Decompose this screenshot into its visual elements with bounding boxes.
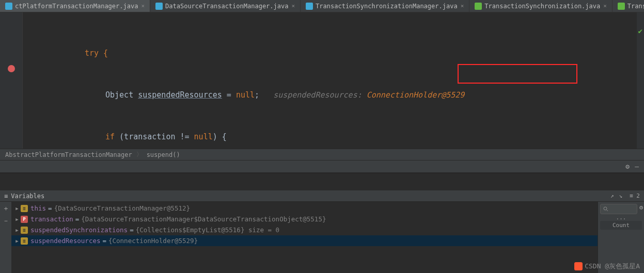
expand-arrow-icon[interactable]: ▶ <box>13 206 21 211</box>
code-editor[interactable]: ✔ try { Object suspendedResources = null… <box>0 12 644 149</box>
variable-row[interactable]: ▶≡suspendedSynchronizations={Collections… <box>11 224 598 235</box>
variable-row[interactable]: ▶≡suspendedResources={ConnectionHolder@5… <box>11 235 598 246</box>
variables-panel: ≡Variables ↗ ↘ ≡ 2 ＋ － ▶≡this={DataSourc… <box>0 190 644 273</box>
code-content: try { Object suspendedResources = null; … <box>23 12 644 149</box>
watermark: CSDN @灰色孤星A <box>574 262 640 271</box>
tab-file-2[interactable]: TransactionSynchronizationManager.java× <box>301 0 469 12</box>
breadcrumb: AbstractPlatformTransactionManager 〉 sus… <box>0 149 644 160</box>
java-interface-icon <box>618 3 625 10</box>
variable-row[interactable]: ▶≡this={DataSourceTransactionManager@551… <box>11 203 598 214</box>
field-icon: ≡ <box>21 237 28 245</box>
breakpoint-icon[interactable] <box>8 65 15 72</box>
minimize-icon[interactable]: — <box>635 163 639 170</box>
more-icon[interactable]: ≡ 2 <box>630 192 640 199</box>
java-class-icon <box>5 3 12 10</box>
csdn-logo-icon <box>574 262 583 270</box>
variables-toolbar: ＋ － <box>0 202 11 273</box>
svg-line-1 <box>607 210 608 212</box>
field-icon: ≡ <box>21 227 28 234</box>
param-icon: P <box>21 216 28 223</box>
search-input[interactable] <box>600 204 637 214</box>
breadcrumb-class[interactable]: AbstractPlatformTransactionManager <box>5 151 132 158</box>
list-icon: ≡ <box>4 192 8 200</box>
collapse-icon[interactable]: ↘ <box>619 192 623 199</box>
tool-strip: ⚙ — <box>0 160 644 172</box>
svg-point-0 <box>604 207 607 210</box>
remove-watch-icon[interactable]: － <box>3 216 9 226</box>
count-button[interactable]: Count <box>600 221 642 230</box>
close-icon[interactable]: × <box>291 3 295 9</box>
variables-header: ≡Variables ↗ ↘ ≡ 2 <box>0 190 644 202</box>
variable-row[interactable]: ▶Ptransaction={DataSourceTransactionMana… <box>11 214 598 224</box>
expand-arrow-icon[interactable]: ▶ <box>13 228 21 233</box>
expand-arrow-icon[interactable]: ▶ <box>13 238 21 244</box>
gear-icon[interactable]: ⚙ <box>625 163 630 170</box>
close-icon[interactable]: × <box>141 3 145 9</box>
tab-file-3[interactable]: TransactionSynchronization.java× <box>469 0 612 12</box>
java-class-icon <box>306 3 313 10</box>
expand-arrow-icon[interactable]: ▶ <box>13 217 21 222</box>
tab-file-4[interactable]: TransactionDefinition.java× <box>612 0 644 12</box>
add-watch-icon[interactable]: ＋ <box>3 204 9 213</box>
editor-tabs: ctPlatformTransactionManager.java× DataS… <box>0 0 644 12</box>
tab-file-0[interactable]: ctPlatformTransactionManager.java× <box>0 0 150 12</box>
java-class-icon <box>155 3 163 10</box>
expand-icon[interactable]: ↗ <box>610 192 614 199</box>
chevron-right-icon: 〉 <box>136 150 143 159</box>
thread-frames-area <box>0 174 644 190</box>
close-icon[interactable]: × <box>603 3 607 9</box>
more-dots[interactable]: ... <box>598 214 644 221</box>
breadcrumb-method[interactable]: suspend() <box>147 151 180 158</box>
field-icon: ≡ <box>21 205 28 212</box>
gear-icon[interactable]: ⚙ <box>639 204 643 214</box>
variables-tree[interactable]: ▶≡this={DataSourceTransactionManager@551… <box>11 202 598 273</box>
tab-file-1[interactable]: DataSourceTransactionManager.java× <box>150 0 301 12</box>
editor-gutter <box>0 12 23 149</box>
java-interface-icon <box>475 3 482 10</box>
close-icon[interactable]: × <box>461 3 464 9</box>
search-icon <box>603 206 608 212</box>
